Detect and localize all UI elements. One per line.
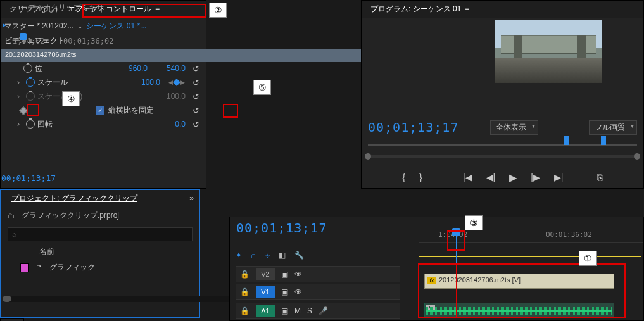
track-header-a1[interactable]: 🔒 A1 ▣ M S 🎤: [236, 303, 400, 319]
project-file-row: 🗀 グラフィッククリップ.prproj: [1, 206, 199, 225]
snap-magnet-icon[interactable]: ∩: [251, 251, 256, 260]
chevron-down-icon[interactable]: ⌄: [77, 23, 82, 30]
scale-value[interactable]: 100.0: [126, 78, 164, 87]
keyframe-nav: ◀ ▶: [164, 79, 189, 85]
annotation-callout-4: ④: [62, 91, 80, 106]
annotation-box-5: [223, 104, 238, 118]
track-label-a1[interactable]: A1: [256, 305, 275, 317]
reset-icon[interactable]: ↺: [189, 120, 202, 129]
reset-icon[interactable]: ↺: [189, 78, 202, 87]
sequence-link[interactable]: シーケンス 01 *...: [86, 21, 146, 32]
mark-out-icon[interactable]: }: [419, 172, 422, 182]
project-file-name: グラフィッククリップ.prproj: [22, 210, 119, 221]
folder-icon: 🗀: [8, 211, 15, 220]
stopwatch-icon[interactable]: [26, 120, 35, 129]
reset-icon[interactable]: ↺: [189, 64, 202, 73]
rotation-value[interactable]: 0.0: [151, 120, 189, 129]
annotation-callout-3: ③: [465, 215, 483, 230]
play-icon[interactable]: ▶: [509, 172, 517, 184]
overflow-icon[interactable]: »: [189, 194, 194, 203]
program-title[interactable]: プログラム: シーケンス 01 ≡: [365, 1, 476, 17]
rotation-row: › 回転 0.0 ↺: [1, 117, 206, 131]
ruler-label: 1;04;02: [13, 37, 45, 46]
prev-keyframe-icon[interactable]: ◀: [168, 79, 173, 85]
mark-in-icon[interactable]: {: [403, 172, 406, 182]
voice-record-icon[interactable]: 🎤: [319, 306, 328, 315]
pin-playhead-icon[interactable]: ▸: [3, 20, 6, 29]
program-timecode[interactable]: 00;01;13;17: [368, 120, 458, 135]
settings-wrench-icon[interactable]: 🔧: [294, 251, 304, 260]
toggle-output-icon[interactable]: ▣: [281, 306, 288, 315]
go-to-in-icon[interactable]: |◀: [463, 172, 472, 182]
program-info-row: 00;01;13;17 全体表示 フル画質: [368, 120, 637, 135]
project-search-input[interactable]: ⌕: [8, 227, 193, 241]
toggle-output-icon[interactable]: ▣: [281, 287, 288, 296]
scrub-playhead-marker[interactable]: [601, 136, 606, 145]
work-area-bar[interactable]: [419, 256, 641, 257]
track-header-v1[interactable]: 🔒 V1 ▣ 👁: [236, 284, 400, 300]
label-color-swatch[interactable]: [20, 263, 29, 272]
position-label: 位: [35, 63, 113, 74]
add-keyframe-icon[interactable]: [173, 79, 180, 85]
mute-button[interactable]: M: [294, 306, 301, 315]
eye-icon[interactable]: 👁: [294, 287, 302, 296]
scrub-in-marker[interactable]: [564, 136, 569, 145]
program-monitor-panel: プログラム: シーケンス 01 ≡ 00;01;13;17 全体表示 フル画質 …: [361, 0, 644, 189]
position-y-value[interactable]: 540.0: [151, 64, 189, 73]
project-item-row[interactable]: 🗋 グラフィック: [1, 260, 199, 275]
annotation-callout-5: ⑤: [253, 80, 271, 95]
program-transport-controls: { } |◀ ◀| ▶ |▶ ▶| ⎘: [362, 169, 643, 186]
program-video-preview[interactable]: [495, 20, 602, 83]
twirl-right-icon[interactable]: ›: [17, 78, 26, 87]
stopwatch-on-icon[interactable]: [26, 78, 35, 87]
sparkle-icon[interactable]: ✦: [236, 251, 242, 260]
project-header: プロジェクト: グラフィッククリップ »: [1, 190, 199, 206]
track-label-v1[interactable]: V1: [256, 286, 275, 298]
lock-icon[interactable]: 🔒: [240, 306, 249, 315]
program-scrubber[interactable]: [368, 139, 637, 150]
effect-playhead[interactable]: [23, 37, 23, 303]
search-icon: ⌕: [12, 230, 16, 239]
step-forward-icon[interactable]: |▶: [531, 172, 540, 182]
audio-clip[interactable]: fx: [424, 303, 614, 318]
master-clip-label[interactable]: マスター * 201202...: [4, 21, 73, 32]
uniform-scale-row: ✓ 縦横比を固定 ↺: [1, 103, 206, 117]
tab-audio-clip-mixer[interactable]: ーディオクリップミキサ: [20, 3, 104, 13]
position-x-value[interactable]: 960.0: [113, 64, 151, 73]
effect-panel-timecode[interactable]: 00;01;13;17: [1, 173, 56, 183]
program-zoom-bar[interactable]: [365, 155, 640, 160]
go-to-out-icon[interactable]: ▶|: [554, 172, 564, 182]
video-clip[interactable]: fx20120203142706.m2ts [V]: [424, 274, 614, 289]
stopwatch-icon[interactable]: [23, 64, 32, 73]
quality-dropdown[interactable]: フル画質: [589, 120, 637, 135]
lock-icon[interactable]: 🔒: [240, 287, 249, 296]
video-content: [495, 58, 602, 83]
reset-icon[interactable]: ↺: [189, 92, 202, 101]
project-title-tab[interactable]: プロジェクト: グラフィッククリップ: [6, 191, 142, 206]
column-header-name[interactable]: 名前: [1, 244, 199, 260]
uniform-scale-checkbox[interactable]: ✓: [96, 106, 104, 115]
solo-button[interactable]: S: [307, 306, 312, 315]
step-back-icon[interactable]: ◀|: [486, 172, 496, 182]
track-label-v2[interactable]: V2: [256, 268, 275, 280]
audio-waveform: [426, 307, 612, 315]
project-item-name: グラフィック: [49, 262, 95, 273]
ruler-label: 00;01;36;02: [63, 37, 113, 46]
annotation-callout-2: ②: [209, 3, 227, 18]
panel-menu-icon[interactable]: ≡: [155, 5, 161, 14]
toggle-output-icon[interactable]: ▣: [281, 270, 288, 279]
ruler-tick-label: 00;01;36;02: [546, 230, 592, 239]
zoom-fit-dropdown[interactable]: 全体表示: [490, 120, 538, 135]
marker-icon[interactable]: ◧: [279, 251, 286, 260]
uniform-scale-label: 縦横比を固定: [108, 105, 154, 116]
twirl-right-icon[interactable]: ›: [17, 120, 26, 129]
track-header-v2[interactable]: 🔒 V2 ▣ 👁: [236, 266, 400, 282]
reset-icon[interactable]: ↺: [189, 106, 202, 115]
panel-menu-icon[interactable]: ≡: [465, 5, 471, 14]
next-keyframe-icon[interactable]: ▶: [180, 79, 185, 85]
eye-icon[interactable]: 👁: [294, 270, 302, 279]
scale-width-label: スケール (幅): [37, 91, 151, 102]
lift-icon[interactable]: ⎘: [597, 172, 602, 182]
lock-icon[interactable]: 🔒: [240, 270, 249, 279]
linked-selection-icon[interactable]: ⟐: [265, 251, 270, 260]
